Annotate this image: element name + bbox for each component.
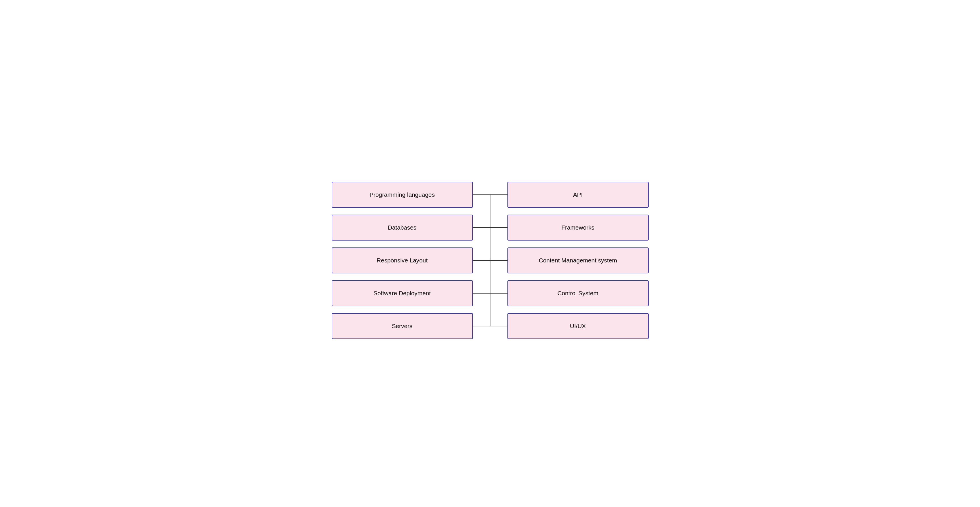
left-skill-box-3: Software Deployment bbox=[332, 280, 473, 306]
right-skill-box-4: UI/UX bbox=[508, 313, 649, 339]
right-skill-box-0: API bbox=[508, 182, 649, 208]
left-skill-box-0: Programming languages bbox=[332, 182, 473, 208]
diagram-body: Programming languagesDatabasesResponsive… bbox=[332, 182, 649, 339]
right-skill-box-1: Frameworks bbox=[508, 215, 649, 240]
left-skill-box-1: Databases bbox=[332, 215, 473, 240]
right-column: APIFrameworksContent Management systemCo… bbox=[490, 182, 649, 339]
right-skill-box-2: Content Management system bbox=[508, 248, 649, 273]
left-skill-box-4: Servers bbox=[332, 313, 473, 339]
right-skill-box-3: Control System bbox=[508, 280, 649, 306]
left-skill-box-2: Responsive Layout bbox=[332, 248, 473, 273]
diagram-container: Programming languagesDatabasesResponsive… bbox=[332, 168, 649, 339]
left-column: Programming languagesDatabasesResponsive… bbox=[332, 182, 490, 339]
